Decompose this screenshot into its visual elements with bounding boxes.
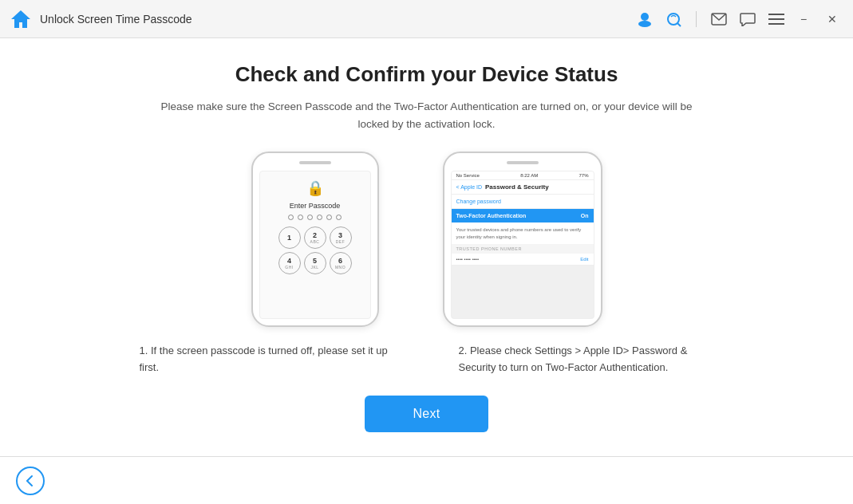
description-1: 1. If the screen passcode is turned off,… bbox=[140, 343, 395, 376]
key-6: 6MNO bbox=[330, 252, 352, 274]
trusted-item: •••• •••• •••• Edit bbox=[452, 254, 594, 266]
nav-bar: < Apple ID Password & Security bbox=[452, 180, 594, 195]
minimize-button[interactable]: − bbox=[792, 8, 815, 30]
next-button[interactable]: Next bbox=[365, 396, 488, 432]
keypad-row-2: 4GHI 5JKL 6MNO bbox=[278, 252, 352, 274]
phone-screen-settings: No Service 8:22 AM 77% < Apple ID Passwo… bbox=[451, 171, 594, 319]
window-controls: − ✕ bbox=[792, 8, 843, 30]
svg-point-1 bbox=[641, 13, 649, 21]
svg-line-4 bbox=[677, 23, 681, 26]
lock-icon: 🔒 bbox=[306, 179, 324, 197]
toolbar-icons bbox=[635, 10, 786, 29]
dot-6 bbox=[336, 215, 342, 220]
phone-speaker bbox=[299, 161, 331, 164]
svg-point-2 bbox=[638, 21, 651, 27]
key-5: 5JKL bbox=[304, 252, 326, 274]
status-bar: No Service 8:22 AM 77% bbox=[452, 171, 594, 180]
trusted-number: •••• •••• •••• bbox=[456, 257, 480, 262]
key-3: 3DEF bbox=[330, 226, 352, 249]
battery-label: 77% bbox=[579, 173, 588, 178]
dot-4 bbox=[317, 215, 322, 220]
scan-icon[interactable] bbox=[664, 10, 683, 29]
menu-icon[interactable] bbox=[767, 10, 786, 29]
trusted-edit: Edit bbox=[580, 257, 588, 262]
key-1: 1 bbox=[278, 226, 301, 249]
time-label: 8:22 AM bbox=[520, 173, 538, 178]
chat-icon[interactable] bbox=[738, 10, 757, 29]
phone-passcode-mockup: 🔒 Enter Passcode 1 2ABC 3DEF bbox=[251, 152, 379, 327]
description-2: 2. Please check Settings > Apple ID> Pas… bbox=[459, 343, 714, 376]
back-arrow-icon bbox=[24, 474, 37, 487]
devices-illustration: 🔒 Enter Passcode 1 2ABC 3DEF bbox=[251, 152, 602, 327]
carrier-label: No Service bbox=[456, 173, 480, 178]
nav-title-label: Password & Security bbox=[485, 183, 549, 191]
app-logo-icon bbox=[10, 8, 32, 30]
app-title: Unlock Screen Time Passcode bbox=[40, 13, 635, 26]
titlebar: Unlock Screen Time Passcode − ✕ bbox=[0, 0, 853, 38]
bottom-bar bbox=[0, 456, 853, 504]
mail-icon[interactable] bbox=[709, 10, 729, 29]
dot-1 bbox=[288, 215, 294, 220]
descriptions-row: 1. If the screen passcode is turned off,… bbox=[140, 343, 714, 376]
keypad: 1 2ABC 3DEF 4GHI 5JKL 6MNO bbox=[278, 226, 352, 274]
trusted-label: TRUSTED PHONE NUMBER bbox=[452, 244, 594, 254]
user-icon[interactable] bbox=[635, 10, 654, 29]
phone-screen-passcode: 🔒 Enter Passcode 1 2ABC 3DEF bbox=[259, 171, 371, 319]
two-factor-bar: Two-Factor Authentication On bbox=[452, 209, 594, 222]
main-content: Check and Confirm your Device Status Ple… bbox=[0, 38, 853, 456]
keypad-row-1: 1 2ABC 3DEF bbox=[278, 226, 352, 249]
key-2: 2ABC bbox=[304, 226, 326, 249]
dot-5 bbox=[326, 215, 332, 220]
back-button[interactable] bbox=[16, 467, 45, 495]
nav-back-label: < Apple ID bbox=[456, 184, 483, 190]
page-title: Check and Confirm your Device Status bbox=[235, 62, 618, 87]
page-subtitle: Please make sure the Screen Passcode and… bbox=[156, 98, 698, 132]
two-factor-label: Two-Factor Authentication bbox=[456, 213, 527, 219]
dot-3 bbox=[307, 215, 313, 220]
divider bbox=[696, 11, 697, 27]
key-4: 4GHI bbox=[278, 252, 301, 274]
phone-speaker-2 bbox=[507, 161, 539, 164]
two-factor-desc: Your trusted devices and phone numbers a… bbox=[452, 222, 594, 244]
dot-2 bbox=[298, 215, 303, 220]
enter-passcode-label: Enter Passcode bbox=[290, 202, 341, 210]
svg-marker-0 bbox=[11, 10, 30, 28]
change-password-item: Change password bbox=[452, 195, 594, 209]
two-factor-value: On bbox=[581, 213, 589, 219]
close-button[interactable]: ✕ bbox=[821, 8, 843, 30]
passcode-dots bbox=[288, 215, 342, 220]
phone-settings-mockup: No Service 8:22 AM 77% < Apple ID Passwo… bbox=[443, 152, 602, 327]
